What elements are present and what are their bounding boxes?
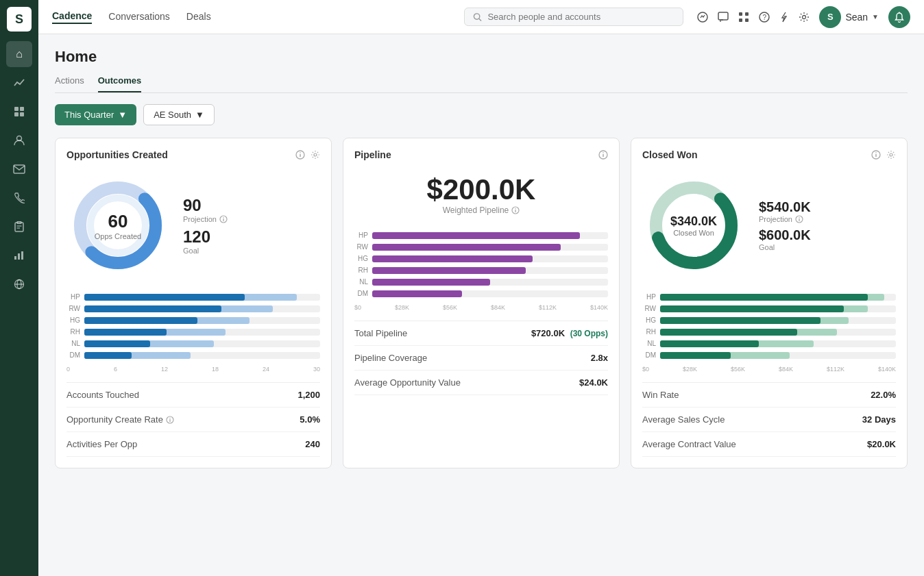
metric-win-rate: Win Rate 22.0% [642, 383, 896, 408]
user-name: Sean [845, 12, 868, 23]
card-closed-won-icons [871, 150, 896, 160]
svg-rect-2 [14, 112, 19, 116]
sidebar-item-activity[interactable] [6, 70, 32, 96]
user-badge[interactable]: S Sean ▼ [819, 6, 879, 28]
cw-bar-rw: RW [642, 305, 896, 312]
info-icon [511, 206, 520, 214]
info-icon[interactable] [295, 150, 305, 160]
search-input[interactable] [487, 12, 674, 22]
svg-point-31 [314, 153, 317, 156]
svg-line-17 [479, 18, 481, 21]
metric-pipeline-coverage: Pipeline Coverage 2.8x [354, 346, 608, 371]
info-icon[interactable] [871, 150, 881, 160]
cards-grid: Opportunities Created [55, 138, 908, 468]
closed-won-stats: $540.0K Projection $600.0K Goal [759, 199, 811, 251]
apps-icon[interactable] [738, 12, 749, 23]
search-icon [473, 12, 482, 22]
card-opportunities-title: Opportunities Created [66, 149, 168, 160]
stat-goal: 120 Goal [183, 227, 228, 255]
cw-bar-hp: HP [642, 293, 896, 301]
opportunities-bar-chart: HP RW HG [66, 290, 320, 375]
metric-opp-create-rate: Opportunity Create Rate 5.0% [66, 408, 320, 432]
opportunities-donut: 60 Opps Created [66, 174, 169, 277]
sidebar-item-clipboard[interactable] [6, 214, 32, 240]
donut-label-opps: 60 Opps Created [95, 211, 141, 240]
svg-point-50 [890, 153, 892, 156]
bar-axis-opps: 0612182430 [66, 363, 320, 373]
pipeline-bar-dm: DM [354, 290, 608, 297]
activity-icon[interactable] [697, 12, 708, 23]
chevron-down-icon: ▼ [872, 13, 879, 21]
pipeline-bar-nl: NL [354, 278, 608, 286]
topnav: Cadence Conversations Deals ? [38, 0, 924, 34]
filter-region[interactable]: AE South ▼ [143, 104, 215, 125]
svg-rect-10 [14, 256, 16, 260]
bar-row-hg: HG [66, 316, 320, 324]
svg-point-55 [799, 217, 799, 218]
notification-bell[interactable] [888, 6, 910, 28]
donut-label-closed: $340.0K Closed Won [670, 214, 717, 237]
svg-rect-23 [745, 18, 749, 22]
sidebar-item-home[interactable]: ⌂ [6, 41, 32, 67]
svg-rect-11 [18, 253, 20, 260]
svg-text:?: ? [763, 14, 767, 21]
opportunities-stats: 90 Projection 120 Goal [183, 196, 228, 255]
tab-actions[interactable]: Actions [55, 75, 84, 92]
nav-deals[interactable]: Deals [186, 11, 211, 23]
sidebar: S ⌂ [0, 0, 38, 576]
tab-outcomes[interactable]: Outcomes [98, 75, 142, 92]
sidebar-item-globe[interactable] [6, 271, 32, 297]
card-opportunities-header: Opportunities Created [66, 149, 320, 160]
settings-icon[interactable] [311, 150, 320, 160]
svg-point-16 [474, 13, 480, 18]
sidebar-item-phone[interactable] [6, 185, 32, 211]
bar-row-rw: RW [66, 305, 320, 312]
lightning-icon[interactable] [779, 12, 789, 23]
info-icon[interactable] [598, 150, 608, 160]
search-bar[interactable] [464, 8, 683, 26]
bar-row-nl: NL [66, 340, 320, 347]
card-closed-won: Closed Won [631, 138, 908, 468]
card-opportunities-icons [295, 150, 320, 160]
info-icon [219, 215, 228, 223]
svg-rect-12 [21, 251, 23, 260]
filter-bar: This Quarter ▼ AE South ▼ [55, 104, 908, 125]
sidebar-item-mail[interactable] [6, 156, 32, 182]
info-icon [795, 215, 803, 223]
chat-icon[interactable] [718, 12, 729, 23]
closed-won-metrics: Win Rate 22.0% Average Sales Cycle 32 Da… [642, 382, 896, 457]
nav-conversations[interactable]: Conversations [108, 11, 170, 23]
card-opportunities: Opportunities Created [55, 138, 332, 468]
info-icon [166, 416, 174, 424]
metric-avg-contract-value: Average Contract Value $20.0K [642, 432, 896, 457]
bar-row-hp: HP [66, 293, 320, 301]
closed-won-chart-summary: $340.0K Closed Won $540.0K Projection [642, 167, 896, 284]
svg-point-18 [698, 12, 707, 22]
pipeline-bar-chart: HP RW HG RH [354, 229, 608, 314]
svg-rect-0 [14, 107, 19, 111]
cw-bar-nl: NL [642, 340, 896, 347]
sidebar-item-users[interactable] [6, 127, 32, 153]
sidebar-item-chart[interactable] [6, 242, 32, 268]
settings-icon[interactable] [886, 150, 896, 160]
svg-point-46 [515, 208, 516, 209]
help-icon[interactable]: ? [759, 12, 770, 23]
settings-icon[interactable] [799, 12, 810, 23]
cw-bar-rh: RH [642, 328, 896, 336]
metric-avg-opp-value: Average Opportunity Value $24.0K [354, 371, 608, 395]
sidebar-logo[interactable]: S [7, 7, 32, 32]
nav-links: Cadence Conversations Deals [52, 10, 211, 24]
card-pipeline-icons [598, 150, 608, 160]
opportunities-chart-summary: 60 Opps Created 90 Projection [66, 167, 320, 284]
card-pipeline-header: Pipeline [354, 149, 608, 160]
card-closed-won-header: Closed Won [642, 149, 896, 160]
sidebar-item-grid[interactable] [6, 99, 32, 125]
bar-axis-pipeline: $0$28K$56K$84K$112K$140K [354, 301, 608, 311]
pipeline-metrics: Total Pipeline $720.0K (30 Opps) Pipelin… [354, 321, 608, 395]
svg-point-26 [803, 15, 806, 18]
svg-rect-1 [20, 107, 24, 111]
filter-quarter[interactable]: This Quarter ▼ [55, 104, 136, 125]
card-pipeline-title: Pipeline [354, 149, 391, 160]
card-closed-won-title: Closed Won [642, 149, 698, 160]
nav-cadence[interactable]: Cadence [52, 10, 92, 24]
